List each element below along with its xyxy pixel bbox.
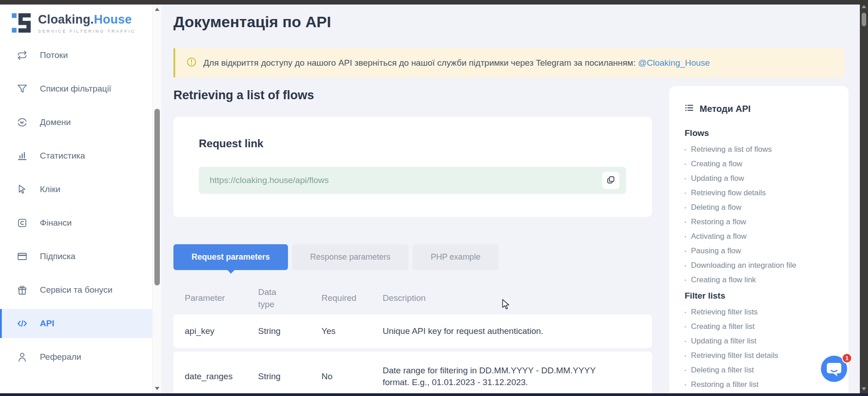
method-link[interactable]: Updating a filter list	[685, 334, 838, 348]
sidebar-item-flows[interactable]: Потоки	[0, 41, 152, 70]
telegram-link[interactable]: @Cloaking_House	[638, 58, 710, 68]
group-heading: Filter lists	[685, 291, 838, 301]
scroll-up-arrow-icon[interactable]	[155, 8, 159, 11]
globe-w-icon	[16, 116, 28, 128]
funnel-icon	[16, 83, 28, 95]
request-link-title: Request link	[199, 137, 652, 150]
scroll-down-arrow-icon[interactable]	[862, 387, 866, 391]
code-icon	[16, 318, 28, 329]
method-link[interactable]: Restoring a filter list	[685, 377, 838, 392]
table-row: date_ranges String No Date range for fil…	[173, 352, 652, 393]
method-link[interactable]: Deleting a flow	[685, 200, 838, 215]
logo[interactable]: Cloaking.House SERVICE FILTERING TRAFFIC	[0, 5, 152, 35]
sidebar-item-api[interactable]: API	[0, 309, 152, 338]
cell-parameter: api_key	[185, 326, 258, 336]
method-link[interactable]: Creating a flow link	[685, 273, 838, 287]
method-link[interactable]: Pausing a flow	[685, 244, 838, 258]
method-link[interactable]: Restoring a flow	[685, 215, 838, 229]
sidebar-item-statistics[interactable]: Статистика	[0, 141, 152, 170]
window-scrollbar-thumb[interactable]	[862, 13, 866, 26]
copy-icon	[606, 175, 616, 186]
bullet-dot	[685, 312, 686, 313]
bullet-dot	[685, 236, 686, 237]
bullet-dot	[685, 222, 686, 223]
table-header: Parameter Data type Required Description	[173, 282, 652, 314]
copy-button[interactable]	[602, 172, 619, 189]
scroll-down-arrow-icon[interactable]	[155, 387, 159, 390]
col-description: Description	[383, 293, 643, 303]
sidebar-item-label: Потоки	[40, 50, 68, 60]
col-required: Required	[321, 293, 383, 303]
method-link[interactable]: Creating a flow	[685, 157, 838, 171]
window-bottom-bar	[0, 393, 868, 396]
wallet-icon	[16, 217, 28, 229]
page-title: Документація по API	[173, 12, 844, 31]
credit-card-icon	[16, 251, 28, 262]
sidebar-item-label: API	[40, 319, 54, 328]
method-link[interactable]: Retrieving filter lists	[685, 305, 838, 319]
cell-data-type: String	[258, 372, 321, 382]
scroll-up-arrow-icon[interactable]	[862, 5, 866, 8]
method-link[interactable]: Retrieving a list of flows	[685, 142, 838, 157]
sidebar-item-label: Фінанси	[40, 218, 72, 228]
methods-group-flows: Flows Retrieving a list of flows Creatin…	[685, 128, 838, 287]
sidebar: Cloaking.House SERVICE FILTERING TRAFFIC…	[0, 5, 152, 393]
methods-group-filter-lists: Filter lists Retrieving filter lists Cre…	[685, 291, 838, 392]
sidebar-scrollbar-thumb[interactable]	[154, 109, 160, 285]
cursor-icon	[16, 184, 28, 195]
cell-description: Unique API key for request authenticatio…	[383, 325, 623, 337]
method-link[interactable]: Retrieving filter list details	[685, 348, 838, 363]
method-link[interactable]: Deleting a filter list	[685, 363, 838, 377]
method-link[interactable]: Creating a filter list	[685, 319, 838, 334]
sidebar-scrollbar[interactable]	[152, 5, 161, 393]
sidebar-item-label: Кліки	[40, 184, 60, 194]
bullet-dot	[685, 265, 686, 266]
mouse-cursor	[502, 299, 512, 310]
tab-php-example[interactable]: PHP example	[412, 244, 499, 270]
bullet-dot	[685, 355, 686, 357]
sidebar-item-label: Сервіси та бонуси	[40, 285, 112, 295]
sidebar-item-domains[interactable]: Домени	[0, 108, 152, 137]
sidebar-item-label: Підписка	[40, 251, 76, 261]
sidebar-item-label: Домени	[40, 117, 71, 127]
tab-request-parameters[interactable]: Request parameters	[173, 244, 288, 270]
list-icon	[685, 103, 694, 115]
bullet-dot	[685, 193, 686, 194]
cell-required: No	[321, 372, 383, 382]
method-link[interactable]: Retrieving flow details	[685, 186, 838, 200]
request-link-card: Request link https://cloaking.house/api/…	[173, 117, 652, 217]
gift-icon	[16, 284, 28, 296]
sidebar-item-services[interactable]: Сервіси та бонуси	[0, 275, 152, 304]
logo-mark-icon	[12, 11, 32, 35]
col-data-type: Data type	[258, 286, 321, 310]
cell-parameter: date_ranges	[185, 372, 258, 382]
sidebar-item-subscription[interactable]: Підписка	[0, 242, 152, 271]
methods-panel-title: Методи API	[685, 103, 838, 115]
cell-required: Yes	[321, 326, 383, 336]
bullet-dot	[685, 207, 686, 208]
method-link[interactable]: Downloading an integration file	[685, 258, 838, 273]
sidebar-item-finance[interactable]: Фінанси	[0, 208, 152, 237]
sidebar-item-label: Реферали	[40, 352, 81, 362]
tab-response-parameters[interactable]: Response parameters	[292, 244, 408, 270]
method-link[interactable]: Activating a flow	[685, 229, 838, 244]
window-scrollbar[interactable]	[860, 0, 868, 396]
bullet-dot	[685, 149, 686, 150]
sidebar-item-label: Списки фільтрації	[40, 84, 111, 94]
brand-name: Cloaking.House	[38, 13, 136, 27]
banner-text: Для відкриття доступу до нашого API звер…	[203, 58, 710, 68]
bullet-dot	[685, 341, 686, 342]
parameters-table: Parameter Data type Required Description…	[173, 282, 652, 393]
request-url[interactable]: https://cloaking.house/api/flows	[210, 175, 329, 185]
api-methods-panel: Методи API Flows Retrieving a list of fl…	[669, 86, 849, 396]
method-link[interactable]: Updating a flow	[685, 171, 838, 186]
cell-data-type: String	[258, 326, 321, 336]
chat-widget[interactable]: 1	[821, 356, 848, 383]
sidebar-item-clicks[interactable]: Кліки	[0, 175, 152, 204]
warning-circle-icon	[187, 57, 197, 69]
info-banner: Для відкриття доступу до нашого API звер…	[173, 48, 844, 77]
person-icon	[16, 351, 28, 363]
sidebar-item-referrals[interactable]: Реферали	[0, 343, 152, 372]
sidebar-item-filter-lists[interactable]: Списки фільтрації	[0, 74, 152, 103]
flows-icon	[16, 49, 28, 61]
